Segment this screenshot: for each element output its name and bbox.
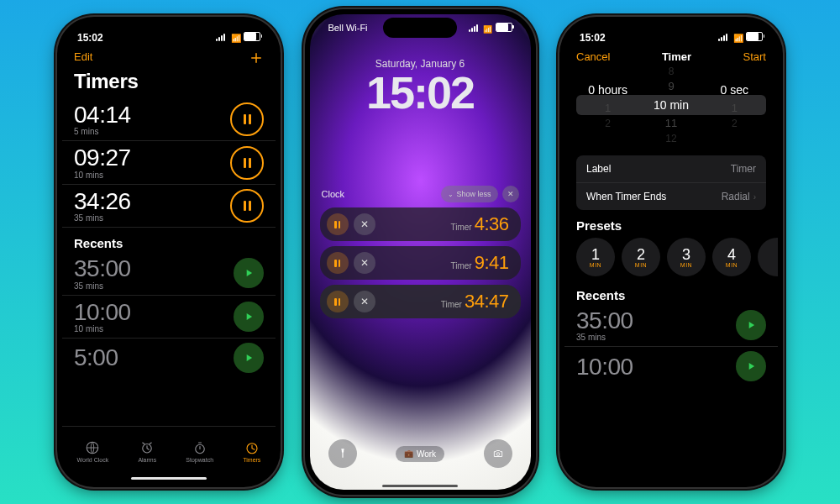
live-timer-row[interactable]: ✕ Timer34:47 bbox=[320, 285, 521, 318]
phone-lockscreen: Bell Wi-Fi 📶 Saturday, January 6 15:02 C… bbox=[305, 9, 536, 495]
play-button[interactable] bbox=[234, 302, 264, 332]
recents-heading: Recents bbox=[62, 228, 276, 252]
play-button[interactable] bbox=[736, 351, 766, 381]
carrier: Bell Wi-Fi bbox=[328, 23, 368, 34]
picker-dim: 8 bbox=[639, 65, 702, 78]
start-button[interactable]: Start bbox=[743, 50, 766, 63]
briefcase-icon: 💼 bbox=[404, 449, 413, 458]
recents-heading: Recents bbox=[564, 280, 778, 304]
timer-time: 5:00 bbox=[74, 345, 118, 370]
preset-unit: MIN bbox=[590, 262, 601, 268]
picker-dim: 2 bbox=[703, 117, 766, 130]
picker-sel: 0 sec bbox=[703, 80, 766, 100]
recent-timer-row[interactable]: 5:00 bbox=[62, 339, 276, 377]
timer-time: 35:00 bbox=[74, 256, 131, 281]
preset-unit: MIN bbox=[726, 262, 738, 268]
focus-pill[interactable]: 💼Work bbox=[396, 446, 444, 462]
tab-label: Stopwatch bbox=[186, 457, 213, 463]
screen-new-timer: 15:02 📶 Cancel Timer Start 0 hours 1 2 8 bbox=[564, 22, 778, 482]
edit-button[interactable]: Edit bbox=[74, 50, 92, 68]
timer-time: 09:27 bbox=[74, 145, 131, 170]
tab-world-clock[interactable]: World Clock bbox=[77, 440, 109, 463]
sheet-title: Timer bbox=[662, 50, 691, 63]
status-time: 15:02 bbox=[77, 32, 103, 44]
config-value: Timer bbox=[731, 163, 756, 175]
dismiss-button[interactable]: ✕ bbox=[502, 186, 519, 202]
picker-seconds[interactable]: 0 sec 1 2 bbox=[703, 80, 766, 130]
config-key: When Timer Ends bbox=[586, 191, 666, 202]
recent-timer-row[interactable]: 35:0035 mins bbox=[62, 252, 276, 295]
preset-button[interactable]: 4MIN bbox=[712, 238, 751, 276]
preset-unit: MIN bbox=[635, 262, 647, 268]
config-value: Radial bbox=[722, 191, 750, 202]
tab-alarms[interactable]: Alarms bbox=[138, 440, 156, 463]
live-activity-header: Clock ⌄Show less ✕ bbox=[310, 186, 531, 202]
preset-num: 4 bbox=[727, 247, 736, 262]
config-key: Label bbox=[586, 163, 611, 175]
tab-label: Timers bbox=[243, 457, 260, 463]
timer-time: 34:26 bbox=[74, 189, 131, 213]
live-pause-button[interactable] bbox=[327, 291, 349, 312]
live-close-button[interactable]: ✕ bbox=[354, 291, 375, 312]
preset-button[interactable]: 1MIN bbox=[576, 238, 615, 276]
picker-sel: 0 hours bbox=[576, 80, 639, 100]
pause-button[interactable] bbox=[230, 102, 264, 136]
preset-button[interactable] bbox=[758, 238, 778, 276]
picker-sel: 10 min bbox=[639, 95, 702, 115]
timer-sub: 35 mins bbox=[74, 281, 131, 291]
picker-dim: 1 bbox=[703, 100, 766, 117]
picker-dim: 11 bbox=[639, 115, 702, 132]
live-close-button[interactable]: ✕ bbox=[354, 252, 375, 274]
home-indicator[interactable] bbox=[382, 485, 458, 487]
live-activities: ✕ Timer4:36 ✕ Timer9:41 ✕ Timer34:47 bbox=[320, 207, 521, 318]
when-ends-row[interactable]: When Timer EndsRadial› bbox=[576, 183, 766, 210]
preset-button[interactable]: 3MIN bbox=[667, 238, 706, 276]
live-pause-button[interactable] bbox=[327, 252, 349, 274]
preset-num: 1 bbox=[591, 247, 600, 262]
live-value: 4:36 bbox=[475, 213, 509, 235]
recent-timer-row[interactable]: 35:0035 mins bbox=[564, 304, 778, 347]
time-picker[interactable]: 0 hours 1 2 8 9 10 min 11 12 0 sec 1 2 bbox=[576, 66, 766, 144]
svg-point-4 bbox=[496, 453, 500, 456]
pause-button[interactable] bbox=[230, 146, 264, 180]
timer-sub: 5 mins bbox=[74, 127, 131, 136]
live-label: Timer bbox=[450, 261, 471, 270]
recent-timer-row[interactable]: 10:0010 mins bbox=[62, 296, 276, 339]
notch bbox=[633, 17, 709, 35]
show-less-button[interactable]: ⌄Show less bbox=[441, 186, 497, 202]
live-timer-row[interactable]: ✕ Timer9:41 bbox=[320, 246, 521, 280]
cancel-button[interactable]: Cancel bbox=[576, 50, 610, 63]
picker-minutes[interactable]: 8 9 10 min 11 12 bbox=[639, 65, 702, 145]
live-pause-button[interactable] bbox=[327, 213, 349, 235]
presets-list: 1MIN 2MIN 3MIN 4MIN bbox=[564, 234, 778, 280]
focus-label: Work bbox=[417, 449, 436, 459]
live-close-button[interactable]: ✕ bbox=[354, 213, 375, 235]
flashlight-button[interactable] bbox=[328, 439, 357, 468]
status-bar: Bell Wi-Fi 📶 bbox=[310, 23, 531, 34]
active-timer-row[interactable]: 09:2710 mins bbox=[62, 141, 276, 184]
picker-dim: 1 bbox=[576, 100, 639, 117]
play-button[interactable] bbox=[234, 343, 264, 373]
tab-bar: World Clock Alarms Stopwatch Timers bbox=[62, 426, 276, 482]
preset-button[interactable]: 2MIN bbox=[622, 238, 660, 276]
preset-num: 2 bbox=[637, 247, 645, 262]
recent-timer-row[interactable]: 10:00 bbox=[564, 347, 778, 386]
active-timer-row[interactable]: 34:2635 mins bbox=[62, 185, 276, 228]
timer-time: 04:14 bbox=[74, 102, 131, 127]
tab-stopwatch[interactable]: Stopwatch bbox=[186, 440, 213, 463]
active-timer-row[interactable]: 04:145 mins bbox=[62, 98, 276, 141]
screen-lock: Bell Wi-Fi 📶 Saturday, January 6 15:02 C… bbox=[310, 14, 531, 490]
add-timer-button[interactable] bbox=[249, 50, 264, 68]
live-timer-row[interactable]: ✕ Timer4:36 bbox=[320, 207, 521, 241]
picker-dim: 9 bbox=[639, 78, 702, 95]
label-row[interactable]: LabelTimer bbox=[576, 155, 766, 183]
tab-timers[interactable]: Timers bbox=[243, 440, 260, 463]
picker-hours[interactable]: 0 hours 1 2 bbox=[576, 80, 639, 130]
camera-button[interactable] bbox=[484, 439, 512, 468]
status-time: 15:02 bbox=[580, 32, 606, 44]
show-less-label: Show less bbox=[456, 190, 491, 198]
play-button[interactable] bbox=[234, 258, 264, 288]
pause-button[interactable] bbox=[230, 189, 264, 223]
play-button[interactable] bbox=[736, 310, 766, 340]
home-indicator[interactable] bbox=[131, 477, 207, 480]
